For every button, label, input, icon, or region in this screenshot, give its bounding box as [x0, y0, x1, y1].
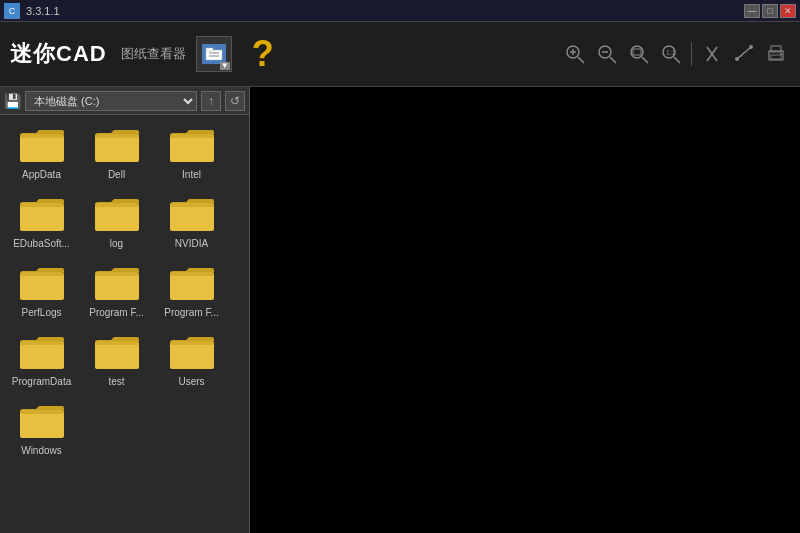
svg-point-20 [749, 45, 753, 49]
svg-rect-30 [170, 134, 214, 162]
svg-text:1:1: 1:1 [666, 49, 676, 56]
svg-rect-31 [170, 134, 214, 138]
svg-rect-44 [20, 341, 64, 369]
toolbar: 迷你CAD 图纸查看器 ▼ ? [0, 22, 800, 87]
folder-label: PerfLogs [21, 307, 61, 319]
folder-label: Intel [182, 169, 201, 181]
folder-label: NVIDIA [175, 238, 208, 250]
folder-item[interactable]: Program F... [79, 257, 154, 326]
folder-icon [168, 126, 216, 166]
folder-label: Windows [21, 445, 62, 457]
location-bar: 💾 本地磁盘 (C:) ↑ ↺ [0, 87, 249, 115]
svg-rect-41 [95, 272, 139, 276]
folder-label: EDubaSoft... [13, 238, 70, 250]
open-file-button[interactable]: ▼ [196, 36, 232, 72]
svg-rect-37 [170, 203, 214, 207]
folder-item[interactable]: log [79, 188, 154, 257]
svg-rect-47 [95, 341, 139, 345]
folder-label: ProgramData [12, 376, 71, 388]
svg-rect-1 [206, 48, 213, 51]
folder-icon [18, 126, 66, 166]
title-bar: C 3.3.1.1 — □ ✕ [0, 0, 800, 22]
folder-item[interactable]: Users [154, 326, 229, 395]
svg-rect-38 [20, 272, 64, 300]
svg-point-19 [735, 57, 739, 61]
help-icon[interactable]: ? [252, 36, 274, 72]
svg-rect-46 [95, 341, 139, 369]
svg-rect-0 [206, 50, 222, 60]
refresh-button[interactable]: ↺ [225, 91, 245, 111]
folder-item[interactable]: PerfLogs [4, 257, 79, 326]
folder-label: log [110, 238, 123, 250]
folder-icon [93, 264, 141, 304]
svg-point-25 [780, 53, 782, 55]
app-subtitle: 图纸查看器 [121, 45, 186, 63]
svg-rect-13 [633, 49, 641, 55]
svg-rect-45 [20, 341, 64, 345]
svg-rect-39 [20, 272, 64, 276]
folder-icon [168, 195, 216, 235]
zoom-out-button[interactable] [593, 40, 621, 68]
minimize-button[interactable]: — [744, 4, 760, 18]
folder-icon [93, 195, 141, 235]
svg-rect-51 [20, 410, 64, 414]
svg-line-12 [642, 57, 648, 63]
cut-button[interactable] [698, 40, 726, 68]
svg-rect-33 [20, 203, 64, 207]
svg-rect-24 [771, 55, 781, 59]
folder-item[interactable]: test [79, 326, 154, 395]
zoom-toolbar: 1:1 [561, 40, 790, 68]
svg-rect-28 [95, 134, 139, 162]
folder-icon [18, 264, 66, 304]
print-button[interactable] [762, 40, 790, 68]
up-button[interactable]: ↑ [201, 91, 221, 111]
folder-icon [93, 333, 141, 373]
svg-rect-29 [95, 134, 139, 138]
zoom-in-button[interactable] [561, 40, 589, 68]
svg-line-7 [578, 57, 584, 63]
folder-icon [168, 333, 216, 373]
folder-icon [168, 264, 216, 304]
folder-item[interactable]: Windows [4, 395, 79, 464]
main-canvas [250, 87, 800, 533]
svg-line-16 [674, 57, 680, 63]
fit-window-button[interactable] [625, 40, 653, 68]
svg-rect-34 [95, 203, 139, 231]
folder-item[interactable]: NVIDIA [154, 188, 229, 257]
svg-rect-48 [170, 341, 214, 369]
svg-line-10 [610, 57, 616, 63]
app-name: 迷你CAD [10, 39, 107, 69]
svg-rect-27 [20, 134, 64, 138]
close-button[interactable]: ✕ [780, 4, 796, 18]
folder-item[interactable]: Program F... [154, 257, 229, 326]
folder-icon [18, 402, 66, 442]
svg-rect-26 [20, 134, 64, 162]
folder-item[interactable]: Intel [154, 119, 229, 188]
folder-icon [18, 333, 66, 373]
folder-item[interactable]: EDubaSoft... [4, 188, 79, 257]
file-grid: AppData Dell Intel EDubaSoft... log NVID… [0, 115, 249, 533]
svg-rect-36 [170, 203, 214, 231]
folder-item[interactable]: AppData [4, 119, 79, 188]
svg-rect-35 [95, 203, 139, 207]
svg-rect-43 [170, 272, 214, 276]
folder-icon [18, 195, 66, 235]
folder-label: Program F... [89, 307, 143, 319]
svg-rect-42 [170, 272, 214, 300]
drive-icon: 💾 [4, 93, 21, 109]
app-icon: C [4, 3, 20, 19]
folder-label: test [108, 376, 124, 388]
maximize-button[interactable]: □ [762, 4, 778, 18]
location-select[interactable]: 本地磁盘 (C:) [25, 91, 197, 111]
title-version: 3.3.1.1 [26, 5, 60, 17]
folder-label: Program F... [164, 307, 218, 319]
folder-label: AppData [22, 169, 61, 181]
folder-icon [93, 126, 141, 166]
folder-item[interactable]: ProgramData [4, 326, 79, 395]
svg-rect-40 [95, 272, 139, 300]
folder-item[interactable]: Dell [79, 119, 154, 188]
actual-size-button[interactable]: 1:1 [657, 40, 685, 68]
measure-button[interactable] [730, 40, 758, 68]
folder-label: Dell [108, 169, 125, 181]
window-controls: — □ ✕ [744, 4, 796, 18]
